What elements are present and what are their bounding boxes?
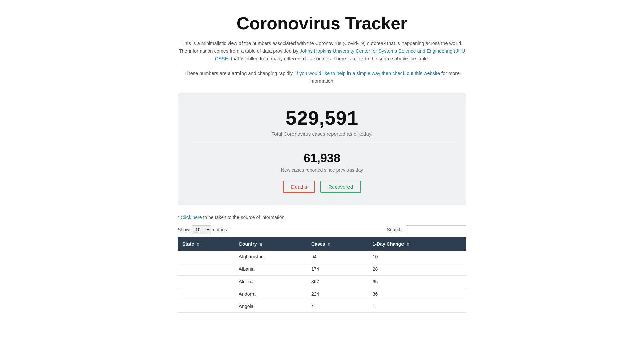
data-table: State ⇅ Country ⇅ Cases ⇅ 1-Day Change ⇅ [178,237,466,313]
table-row: Andorra 224 36 [178,288,466,300]
total-cases-number: 529,591 [188,107,456,129]
alert-text: These numbers are alarming and changing … [178,70,466,85]
header-row: State ⇅ Country ⇅ Cases ⇅ 1-Day Change ⇅ [178,237,466,251]
this-website-link[interactable]: this website [415,71,440,76]
country-sort-icon: ⇅ [259,242,262,246]
cell-cases: 4 [307,300,368,312]
cell-country: Angola [234,300,307,312]
cell-cases: 367 [307,275,368,288]
cell-cases: 94 [307,251,368,263]
cell-state [178,275,234,288]
cell-day-change: 65 [368,275,466,288]
cell-cases: 174 [307,263,368,275]
entries-label: entries [213,227,227,232]
col-country[interactable]: Country ⇅ [234,237,307,251]
stats-divider [188,144,456,144]
deaths-button[interactable]: Deaths [283,181,315,193]
page-wrapper: Coronovirus Tracker This is a minimalist… [171,0,473,333]
source-suffix: to be taken to the source of information… [202,215,286,220]
table-controls: Show 10 25 50 100 entries Search: [178,225,466,234]
cell-country: Andorra [234,288,307,300]
col-cases[interactable]: Cases ⇅ [307,237,368,251]
table-row: Albania 174 28 [178,263,466,275]
cell-country: Albania [234,263,307,275]
alert-prefix: These numbers are alarming and changing … [184,71,294,76]
alert-highlight: If you would like to help in a simple wa… [295,71,415,76]
cell-day-change: 1 [368,300,466,312]
cell-day-change: 28 [368,263,466,275]
cell-day-change: 10 [368,251,466,263]
col-state[interactable]: State ⇅ [178,237,234,251]
day-change-sort-icon: ⇅ [407,242,410,246]
entries-select[interactable]: 10 25 50 100 [192,225,211,234]
col-state-label: State [182,241,194,247]
col-day-change-label: 1-Day Change [373,241,404,247]
total-cases-label: Total Coronovirus cases reported as of t… [188,131,456,137]
new-cases-number: 61,938 [188,151,456,165]
cell-state [178,251,234,263]
cases-sort-icon: ⇅ [328,242,331,246]
source-prefix: * [178,215,181,220]
table-header: State ⇅ Country ⇅ Cases ⇅ 1-Day Change ⇅ [178,237,466,251]
desc-line3: that is pulled from many different data … [230,56,429,61]
table-row: Algeria 367 65 [178,275,466,288]
table-row: Afghanistan 94 10 [178,251,466,263]
cell-day-change: 36 [368,288,466,300]
button-row: Deaths Recovered [188,181,456,193]
search-input[interactable] [406,225,466,234]
cell-state [178,300,234,312]
click-here-link[interactable]: Click here [181,215,202,220]
search-box: Search: [387,225,466,234]
show-entries-control: Show 10 25 50 100 entries [178,225,227,234]
description-block: This is a minimalistic view of the numbe… [178,40,466,63]
stats-card: 529,591 Total Coronovirus cases reported… [178,93,466,205]
table-body: Afghanistan 94 10 Albania 174 28 Algeria… [178,251,466,313]
table-row: Angola 4 1 [178,300,466,312]
cell-state [178,288,234,300]
cell-country: Afghanistan [234,251,307,263]
col-day-change[interactable]: 1-Day Change ⇅ [368,237,466,251]
new-cases-label: New cases reported since previous day [188,167,456,173]
search-label: Search: [387,227,403,232]
recovered-button[interactable]: Recovered [320,181,361,193]
show-label: Show [178,227,190,232]
cell-state [178,263,234,275]
cell-country: Algeria [234,275,307,288]
cell-cases: 224 [307,288,368,300]
state-sort-icon: ⇅ [197,242,200,246]
col-country-label: Country [239,241,257,247]
page-title: Coronovirus Tracker [178,13,466,34]
source-link-text: * Click here to be taken to the source o… [178,215,466,220]
col-cases-label: Cases [311,241,325,247]
